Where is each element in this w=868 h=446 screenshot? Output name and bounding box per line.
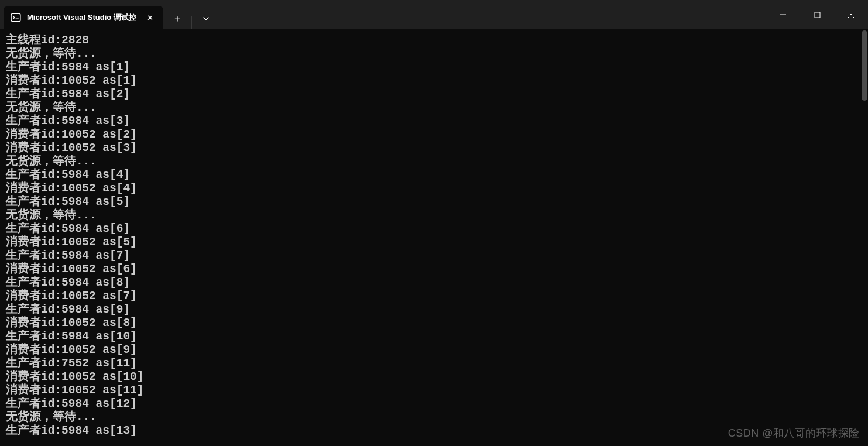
tab-close-button[interactable]: ✕	[145, 12, 156, 23]
new-tab-button[interactable]: ＋	[167, 8, 188, 29]
titlebar: Microsoft Visual Studio 调试控 ✕ ＋	[0, 0, 868, 29]
chevron-down-icon	[203, 15, 210, 22]
close-button[interactable]	[834, 0, 868, 29]
svg-rect-2	[815, 12, 820, 18]
window-controls	[766, 0, 868, 29]
minimize-button[interactable]	[766, 0, 800, 29]
maximize-button[interactable]	[800, 0, 834, 29]
tab-dropdown-button[interactable]	[195, 8, 217, 29]
tabs-area: Microsoft Visual Studio 调试控 ✕ ＋	[0, 0, 766, 29]
scrollbar[interactable]	[861, 29, 868, 446]
close-icon	[848, 11, 855, 18]
tab-title: Microsoft Visual Studio 调试控	[27, 12, 136, 23]
scrollbar-thumb[interactable]	[862, 30, 867, 101]
maximize-icon	[814, 12, 821, 18]
tab-active[interactable]: Microsoft Visual Studio 调试控 ✕	[4, 6, 163, 29]
watermark-text: CSDN @和八哥的环球探险	[728, 426, 860, 440]
minimize-icon	[780, 11, 787, 18]
divider	[191, 16, 192, 29]
svg-rect-0	[11, 13, 20, 22]
terminal-icon	[11, 12, 21, 23]
terminal-output[interactable]: 主线程id:2828 无货源，等待... 生产者id:5984 as[1] 消费…	[0, 29, 868, 442]
terminal-area: 主线程id:2828 无货源，等待... 生产者id:5984 as[1] 消费…	[0, 29, 868, 446]
